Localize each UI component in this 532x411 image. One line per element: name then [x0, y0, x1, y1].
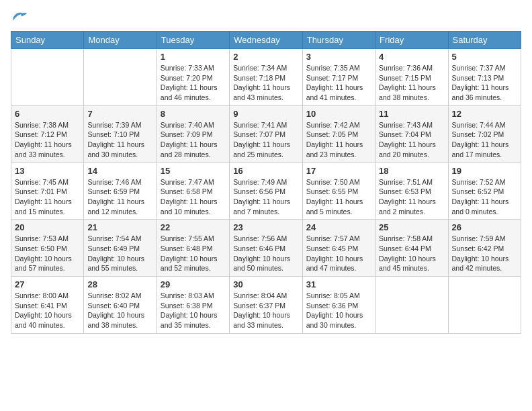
calendar-week-row: 6Sunrise: 7:38 AM Sunset: 7:12 PM Daylig… — [11, 105, 521, 163]
calendar-cell: 19Sunrise: 7:52 AM Sunset: 6:52 PM Dayli… — [448, 163, 521, 220]
day-number: 7 — [87, 109, 152, 119]
day-number: 27 — [15, 279, 80, 289]
day-info: Sunrise: 7:42 AM Sunset: 7:05 PM Dayligh… — [306, 120, 371, 160]
logo-bird-icon — [12, 11, 28, 24]
day-info: Sunrise: 7:35 AM Sunset: 7:17 PM Dayligh… — [306, 63, 371, 103]
calendar-cell: 6Sunrise: 7:38 AM Sunset: 7:12 PM Daylig… — [11, 105, 84, 163]
weekday-header-friday: Friday — [375, 32, 448, 49]
day-number: 26 — [452, 222, 517, 232]
day-number: 20 — [15, 222, 80, 232]
calendar-cell: 27Sunrise: 8:00 AM Sunset: 6:41 PM Dayli… — [11, 277, 84, 334]
calendar-cell: 13Sunrise: 7:45 AM Sunset: 7:01 PM Dayli… — [11, 163, 84, 220]
day-info: Sunrise: 7:41 AM Sunset: 7:07 PM Dayligh… — [233, 120, 298, 160]
day-info: Sunrise: 8:03 AM Sunset: 6:38 PM Dayligh… — [161, 291, 226, 330]
day-number: 18 — [379, 166, 444, 176]
day-number: 19 — [452, 166, 517, 176]
calendar-table: SundayMondayTuesdayWednesdayThursdayFrid… — [11, 31, 521, 334]
calendar-cell — [448, 277, 521, 334]
calendar-week-row: 27Sunrise: 8:00 AM Sunset: 6:41 PM Dayli… — [11, 277, 521, 334]
day-info: Sunrise: 7:50 AM Sunset: 6:55 PM Dayligh… — [306, 177, 371, 217]
day-info: Sunrise: 7:47 AM Sunset: 6:58 PM Dayligh… — [161, 177, 226, 217]
day-info: Sunrise: 8:02 AM Sunset: 6:40 PM Dayligh… — [87, 291, 152, 330]
calendar-cell: 15Sunrise: 7:47 AM Sunset: 6:58 PM Dayli… — [157, 163, 229, 220]
day-number: 1 — [161, 52, 226, 62]
calendar-cell: 8Sunrise: 7:40 AM Sunset: 7:09 PM Daylig… — [157, 105, 229, 163]
weekday-header-sunday: Sunday — [11, 32, 84, 49]
calendar-cell: 14Sunrise: 7:46 AM Sunset: 6:59 PM Dayli… — [84, 163, 157, 220]
calendar-cell: 9Sunrise: 7:41 AM Sunset: 7:07 PM Daylig… — [230, 105, 302, 163]
day-info: Sunrise: 7:54 AM Sunset: 6:49 PM Dayligh… — [87, 234, 152, 273]
day-number: 21 — [87, 222, 152, 232]
day-info: Sunrise: 7:46 AM Sunset: 6:59 PM Dayligh… — [87, 177, 152, 217]
calendar-cell: 31Sunrise: 8:05 AM Sunset: 6:36 PM Dayli… — [302, 277, 375, 334]
day-info: Sunrise: 7:51 AM Sunset: 6:53 PM Dayligh… — [379, 177, 444, 217]
weekday-header-thursday: Thursday — [302, 32, 375, 49]
day-number: 24 — [306, 222, 371, 232]
day-number: 6 — [15, 109, 80, 119]
day-info: Sunrise: 7:58 AM Sunset: 6:44 PM Dayligh… — [379, 234, 444, 273]
day-number: 30 — [233, 279, 298, 289]
calendar-cell: 26Sunrise: 7:59 AM Sunset: 6:42 PM Dayli… — [448, 220, 521, 277]
day-info: Sunrise: 7:44 AM Sunset: 7:02 PM Dayligh… — [452, 120, 517, 160]
day-info: Sunrise: 7:45 AM Sunset: 7:01 PM Dayligh… — [15, 177, 80, 217]
calendar-cell: 16Sunrise: 7:49 AM Sunset: 6:56 PM Dayli… — [230, 163, 302, 220]
day-number: 31 — [306, 279, 371, 289]
calendar-week-row: 13Sunrise: 7:45 AM Sunset: 7:01 PM Dayli… — [11, 163, 521, 220]
day-number: 17 — [306, 166, 371, 176]
weekday-header-saturday: Saturday — [448, 32, 521, 49]
calendar-cell: 5Sunrise: 7:37 AM Sunset: 7:13 PM Daylig… — [448, 49, 521, 106]
day-info: Sunrise: 7:40 AM Sunset: 7:09 PM Dayligh… — [161, 120, 226, 160]
day-number: 15 — [161, 166, 226, 176]
day-info: Sunrise: 8:05 AM Sunset: 6:36 PM Dayligh… — [306, 291, 371, 330]
calendar-cell: 23Sunrise: 7:56 AM Sunset: 6:46 PM Dayli… — [230, 220, 302, 277]
day-info: Sunrise: 7:52 AM Sunset: 6:52 PM Dayligh… — [452, 177, 517, 217]
calendar-week-row: 1Sunrise: 7:33 AM Sunset: 7:20 PM Daylig… — [11, 49, 521, 106]
calendar-cell: 21Sunrise: 7:54 AM Sunset: 6:49 PM Dayli… — [84, 220, 157, 277]
day-info: Sunrise: 7:56 AM Sunset: 6:46 PM Dayligh… — [233, 234, 298, 273]
day-number: 4 — [379, 52, 444, 62]
calendar-cell: 1Sunrise: 7:33 AM Sunset: 7:20 PM Daylig… — [157, 49, 229, 106]
day-number: 14 — [87, 166, 152, 176]
calendar-cell: 10Sunrise: 7:42 AM Sunset: 7:05 PM Dayli… — [302, 105, 375, 163]
calendar-cell: 4Sunrise: 7:36 AM Sunset: 7:15 PM Daylig… — [375, 49, 448, 106]
day-info: Sunrise: 7:53 AM Sunset: 6:50 PM Dayligh… — [15, 234, 80, 273]
calendar-cell — [375, 277, 448, 334]
day-number: 16 — [233, 166, 298, 176]
day-number: 22 — [161, 222, 226, 232]
day-info: Sunrise: 7:57 AM Sunset: 6:45 PM Dayligh… — [306, 234, 371, 273]
calendar-cell: 28Sunrise: 8:02 AM Sunset: 6:40 PM Dayli… — [84, 277, 157, 334]
calendar-cell: 7Sunrise: 7:39 AM Sunset: 7:10 PM Daylig… — [84, 105, 157, 163]
calendar-cell: 29Sunrise: 8:03 AM Sunset: 6:38 PM Dayli… — [157, 277, 229, 334]
logo — [11, 11, 28, 24]
day-info: Sunrise: 7:33 AM Sunset: 7:20 PM Dayligh… — [161, 63, 226, 103]
calendar-cell — [84, 49, 157, 106]
calendar-cell: 12Sunrise: 7:44 AM Sunset: 7:02 PM Dayli… — [448, 105, 521, 163]
day-info: Sunrise: 8:04 AM Sunset: 6:37 PM Dayligh… — [233, 291, 298, 330]
day-number: 5 — [452, 52, 517, 62]
day-number: 13 — [15, 166, 80, 176]
calendar-cell: 25Sunrise: 7:58 AM Sunset: 6:44 PM Dayli… — [375, 220, 448, 277]
day-number: 8 — [161, 109, 226, 119]
weekday-header-wednesday: Wednesday — [230, 32, 302, 49]
day-number: 10 — [306, 109, 371, 119]
calendar-cell: 3Sunrise: 7:35 AM Sunset: 7:17 PM Daylig… — [302, 49, 375, 106]
day-info: Sunrise: 7:36 AM Sunset: 7:15 PM Dayligh… — [379, 63, 444, 103]
day-info: Sunrise: 7:34 AM Sunset: 7:18 PM Dayligh… — [233, 63, 298, 103]
day-number: 11 — [379, 109, 444, 119]
day-info: Sunrise: 7:37 AM Sunset: 7:13 PM Dayligh… — [452, 63, 517, 103]
calendar-cell: 22Sunrise: 7:55 AM Sunset: 6:48 PM Dayli… — [157, 220, 229, 277]
calendar-cell: 18Sunrise: 7:51 AM Sunset: 6:53 PM Dayli… — [375, 163, 448, 220]
day-number: 12 — [452, 109, 517, 119]
calendar-cell: 24Sunrise: 7:57 AM Sunset: 6:45 PM Dayli… — [302, 220, 375, 277]
weekday-header-tuesday: Tuesday — [157, 32, 229, 49]
calendar-cell: 20Sunrise: 7:53 AM Sunset: 6:50 PM Dayli… — [11, 220, 84, 277]
calendar-header-row: SundayMondayTuesdayWednesdayThursdayFrid… — [11, 32, 521, 49]
day-number: 28 — [87, 279, 152, 289]
page-header — [11, 11, 521, 24]
day-info: Sunrise: 7:39 AM Sunset: 7:10 PM Dayligh… — [87, 120, 152, 160]
calendar-cell: 30Sunrise: 8:04 AM Sunset: 6:37 PM Dayli… — [230, 277, 302, 334]
day-info: Sunrise: 7:38 AM Sunset: 7:12 PM Dayligh… — [15, 120, 80, 160]
day-number: 29 — [161, 279, 226, 289]
day-number: 2 — [233, 52, 298, 62]
day-number: 23 — [233, 222, 298, 232]
